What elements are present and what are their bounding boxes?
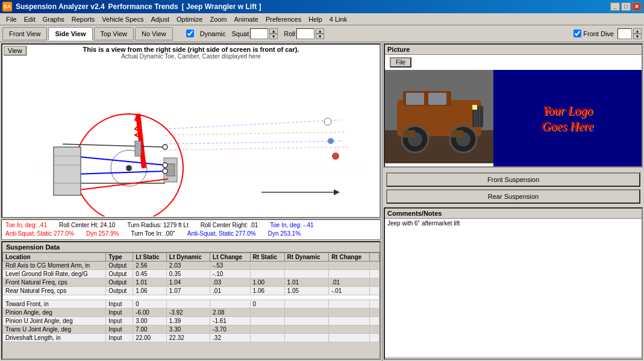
squat-input[interactable]: 2	[250, 28, 268, 39]
minimize-button[interactable]: _	[610, 2, 620, 11]
cell-3-4: .01	[210, 287, 251, 295]
scroll-cell	[370, 309, 380, 317]
scroll-header	[370, 253, 380, 262]
col-header-lt-dynamic: Lt Dynamic	[166, 253, 210, 262]
cell-2-6: 1.01	[284, 278, 329, 287]
view-label[interactable]: View	[4, 46, 27, 55]
menu-item-reports[interactable]: Reports	[68, 14, 99, 24]
view-area: View This is a view from the right side …	[1, 43, 381, 218]
cell-7-3: 1.39	[166, 317, 210, 325]
cell-0-5	[250, 262, 284, 270]
scroll-cell	[370, 300, 380, 309]
scroll-cell	[370, 317, 380, 325]
cell-0-2: 2.56	[133, 262, 167, 270]
front-dive-container: Front Dive	[574, 30, 614, 37]
cell-2-3: 1.04	[166, 278, 210, 287]
menu-item-help[interactable]: Help	[305, 14, 326, 24]
maximize-button[interactable]: □	[621, 2, 631, 11]
cell-6-5	[250, 309, 284, 317]
cell-8-0: Trans U Joint Angle, deg	[3, 325, 106, 334]
cell-2-4: .03	[210, 278, 251, 287]
data-table-wrapper[interactable]: LocationTypeLt StaticLt DynamicLt Change…	[2, 253, 380, 357]
company-name: Performance Trends	[108, 2, 178, 11]
squat-up-arrow[interactable]: ▲	[269, 28, 278, 34]
file-button[interactable]: File	[390, 57, 411, 67]
front-dive-spinner[interactable]: ▲ ▼	[633, 28, 642, 39]
scroll-cell	[370, 325, 380, 334]
cell-8-3: 3.30	[166, 325, 210, 334]
tab-side-view[interactable]: Side View	[48, 27, 92, 40]
picture-box: Picture File	[384, 43, 643, 168]
cell-2-0: Front Natural Freq, cps	[3, 278, 106, 287]
tab-top-view[interactable]: Top View	[94, 27, 134, 40]
cell-7-5	[250, 317, 284, 325]
menu-item-preferences[interactable]: Preferences	[262, 14, 305, 24]
cell-3-0: Rear Natural Freq, cps	[3, 287, 106, 295]
cell-0-4: -.53	[210, 262, 251, 270]
menu-item-optimize[interactable]: Optimize	[173, 14, 206, 24]
cell-6-7	[329, 309, 370, 317]
svg-point-26	[328, 138, 334, 144]
menu-item-vehicle-specs[interactable]: Vehicle Specs	[98, 14, 147, 24]
cell-1-1: Output	[106, 270, 133, 278]
menu-item-edit[interactable]: Edit	[20, 14, 39, 24]
roll-spinner[interactable]: ▲ ▼	[316, 28, 324, 39]
table-row: Level Ground Roll Rate, deg/GOutput0.450…	[3, 270, 380, 278]
svg-point-22	[163, 145, 167, 149]
menu-item-file[interactable]: File	[2, 14, 20, 24]
front-suspension-button[interactable]: Front Suspension	[386, 172, 640, 187]
roll-up-arrow[interactable]: ▲	[316, 28, 324, 34]
menu-item-graphs[interactable]: Graphs	[39, 14, 68, 24]
table-row: Roll Axis to CG Moment Arm, inOutput2.56…	[3, 262, 380, 270]
scroll-cell	[370, 278, 380, 287]
front-dive-input[interactable]: 1	[617, 28, 632, 39]
menu-item-4-link[interactable]: 4 Link	[326, 14, 351, 24]
title-bar-left: SA Suspension Analyzer v2.4 Performance …	[2, 2, 261, 11]
menu-bar: FileEditGraphsReportsVehicle SpecsAdjust…	[0, 13, 644, 25]
cell-5-5: 0	[250, 300, 284, 309]
table-row: Pinion U Joint Angle, degInput3.001.39-1…	[3, 317, 380, 325]
dynamic-checkbox[interactable]	[186, 30, 194, 37]
front-dive-down-arrow[interactable]: ▼	[633, 34, 642, 39]
roll-input[interactable]: 2	[296, 28, 314, 39]
menu-item-zoom[interactable]: Zoom	[206, 14, 230, 24]
right-panel: Picture File	[383, 42, 644, 361]
tab-front-view[interactable]: Front View	[2, 27, 47, 40]
cell-9-3: 22.32	[166, 334, 210, 342]
roll-label: Roll	[284, 30, 295, 37]
cell-7-4: -1.61	[210, 317, 251, 325]
cell-8-2: 7.00	[133, 325, 167, 334]
cell-6-6	[284, 309, 329, 317]
rear-suspension-button[interactable]: Rear Suspension	[386, 189, 640, 204]
table-row: Rear Natural Freq, cpsOutput1.061.07.011…	[3, 287, 380, 295]
cell-0-6	[284, 262, 329, 270]
cell-6-0: Pinion Angle, deg	[3, 309, 106, 317]
front-dive-up-arrow[interactable]: ▲	[633, 28, 642, 34]
roll-down-arrow[interactable]: ▼	[316, 34, 324, 39]
cell-6-3: -3.92	[166, 309, 210, 317]
cell-3-6: 1.05	[284, 287, 329, 295]
menu-item-adjust[interactable]: Adjust	[147, 14, 173, 24]
scroll-cell	[370, 262, 380, 270]
turn-toe-in: Turn Toe In: .00''	[131, 230, 175, 238]
squat-label: Squat	[232, 30, 249, 37]
anti-squat-static-left: Anti-Squat, Static 277.0%	[5, 230, 74, 238]
col-header-type: Type	[106, 253, 133, 262]
table-row: Front Natural Freq, cpsOutput1.011.04.03…	[3, 278, 380, 287]
comments-content[interactable]: Jeep with 6" aftermarket lift	[385, 219, 642, 357]
front-dive-checkbox[interactable]	[574, 30, 581, 37]
svg-point-25	[324, 118, 331, 125]
menu-item-animate[interactable]: Animate	[231, 14, 262, 24]
cell-9-4: .32	[210, 334, 251, 342]
cell-8-1: Input	[106, 325, 133, 334]
cell-7-7	[329, 317, 370, 325]
squat-down-arrow[interactable]: ▼	[269, 34, 278, 39]
close-button[interactable]: ✕	[632, 2, 642, 11]
cell-9-6	[284, 334, 329, 342]
cell-5-3	[166, 300, 210, 309]
svg-rect-35	[428, 93, 446, 105]
tab-no-view[interactable]: No View	[135, 27, 173, 40]
cell-6-1: Input	[106, 309, 133, 317]
squat-spinner[interactable]: ▲ ▼	[269, 28, 278, 39]
table-row: Toward Front, inInput00	[3, 300, 380, 309]
